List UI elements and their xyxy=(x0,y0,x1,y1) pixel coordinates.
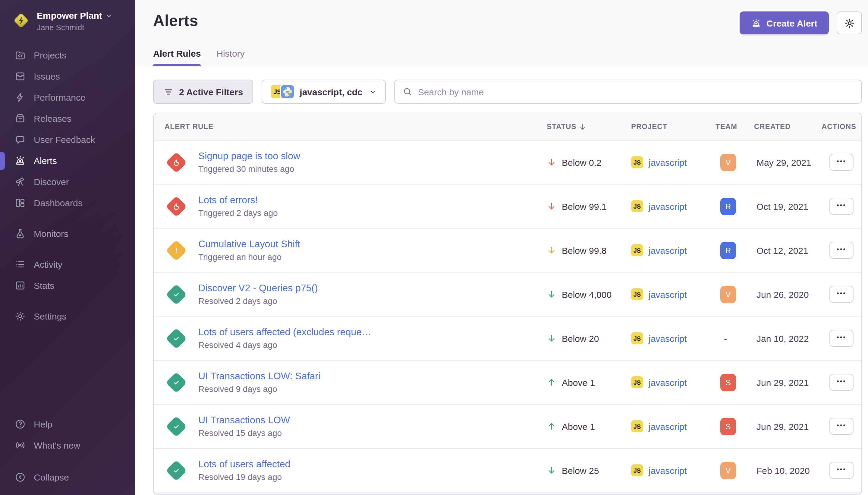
main-content: Alerts Create Alert xyxy=(135,0,868,495)
project-link[interactable]: javascript xyxy=(648,333,687,343)
column-status[interactable]: Status xyxy=(547,122,631,131)
alert-rule-link[interactable]: Signup page is too slow xyxy=(198,151,300,161)
alert-rule-row: UI Transactions LOWResolved 15 days agoA… xyxy=(154,405,861,448)
actions-cell: ••• xyxy=(821,286,861,303)
alert-rule-subtitle: Resolved 9 days ago xyxy=(198,384,320,394)
sidebar-item-user-feedback[interactable]: User Feedback xyxy=(0,129,135,150)
org-name: Empower Plant xyxy=(37,10,102,22)
row-actions-button[interactable]: ••• xyxy=(829,374,853,391)
javascript-platform-icon: JS xyxy=(631,244,643,256)
alert-rule-row: Cumulative Layout ShiftTriggered an hour… xyxy=(154,228,861,273)
created-date: Jun 26, 2020 xyxy=(754,289,821,300)
active-filters-button[interactable]: 2 Active Filters xyxy=(153,80,253,104)
performance-icon xyxy=(15,92,26,103)
alert-rule-link[interactable]: Discover V2 - Queries p75() xyxy=(198,283,318,294)
alert-rule-cell: Cumulative Layout ShiftTriggered an hour… xyxy=(154,239,547,262)
project-link[interactable]: javascript xyxy=(648,465,687,475)
alert-rule-subtitle: Resolved 19 days ago xyxy=(198,472,290,482)
sidebar-item-issues[interactable]: Issues xyxy=(0,66,135,87)
stats-icon xyxy=(15,280,26,291)
sidebar-nav: ProjectsIssuesPerformanceReleasesUser Fe… xyxy=(0,45,135,327)
check-icon xyxy=(172,422,181,431)
search-input[interactable] xyxy=(418,86,853,97)
javascript-platform-icon: JS xyxy=(631,332,643,344)
whats-new-icon xyxy=(15,440,26,451)
project-selector-label: javascript, cdc xyxy=(299,86,362,97)
sidebar-item-activity[interactable]: Activity xyxy=(0,254,135,275)
team-cell: R xyxy=(715,198,754,215)
project-link[interactable]: javascript xyxy=(648,201,687,211)
user-name: Jane Schmidt xyxy=(37,23,112,33)
content-area: 2 Active Filters JS javascript, cdc xyxy=(135,66,868,495)
org-switcher[interactable]: Empower Plant Jane Schmidt xyxy=(0,0,135,33)
project-cell: JSjavascript xyxy=(631,244,715,256)
projects-icon xyxy=(15,49,26,61)
javascript-platform-icon: JS xyxy=(631,200,643,212)
sidebar-item-performance[interactable]: Performance xyxy=(0,87,135,108)
search-icon xyxy=(403,87,413,97)
sidebar-item-stats[interactable]: Stats xyxy=(0,275,135,296)
alert-rule-link[interactable]: UI Transactions LOW xyxy=(198,415,290,426)
project-link[interactable]: javascript xyxy=(648,245,687,255)
sidebar-item-collapse[interactable]: Collapse xyxy=(0,467,135,488)
arrow-down-icon xyxy=(547,465,556,475)
sidebar-item-settings[interactable]: Settings xyxy=(0,306,135,327)
alert-rule-link[interactable]: Lots of users affected xyxy=(198,459,290,470)
actions-cell: ••• xyxy=(821,330,861,347)
team-cell: V xyxy=(715,286,754,303)
tab-history[interactable]: History xyxy=(216,48,244,66)
sidebar-item-dashboards[interactable]: Dashboards xyxy=(0,192,135,214)
javascript-platform-icon: JS xyxy=(631,464,643,476)
project-selector[interactable]: JS javascript, cdc xyxy=(262,80,386,104)
sidebar-item-label: Releases xyxy=(34,113,71,124)
project-link[interactable]: javascript xyxy=(648,377,687,387)
row-actions-button[interactable]: ••• xyxy=(829,418,853,435)
status-cell: Below 99.8 xyxy=(547,245,631,255)
alerts-settings-button[interactable] xyxy=(837,12,862,34)
sidebar-item-label: Discover xyxy=(34,177,69,187)
releases-icon xyxy=(15,113,26,124)
status-cell: Below 99.1 xyxy=(547,201,631,211)
project-link[interactable]: javascript xyxy=(648,157,687,167)
row-actions-button[interactable]: ••• xyxy=(829,462,853,479)
tab-alert-rules[interactable]: Alert Rules xyxy=(153,48,201,66)
team-cell: V xyxy=(715,153,754,171)
row-actions-button[interactable]: ••• xyxy=(829,154,853,171)
dashboards-icon xyxy=(15,197,26,209)
project-link[interactable]: javascript xyxy=(648,289,687,300)
sidebar-item-monitors[interactable]: Monitors xyxy=(0,223,135,244)
sidebar-item-projects[interactable]: Projects xyxy=(0,45,135,66)
column-alert-rule: Alert Rule xyxy=(154,122,547,131)
javascript-platform-icon: JS xyxy=(631,420,643,432)
row-actions-button[interactable]: ••• xyxy=(829,286,853,303)
status-value: Above 1 xyxy=(562,377,595,387)
sidebar-item-label: Stats xyxy=(34,280,54,291)
row-actions-button[interactable]: ••• xyxy=(829,242,853,259)
actions-cell: ••• xyxy=(821,154,861,171)
project-cell: JSjavascript xyxy=(631,156,715,168)
alert-rule-link[interactable]: UI Transactions LOW: Safari xyxy=(198,371,320,382)
create-alert-button[interactable]: Create Alert xyxy=(739,12,829,34)
project-cell: JSjavascript xyxy=(631,288,715,300)
row-actions-button[interactable]: ••• xyxy=(829,198,853,215)
table-header: Alert Rule Status Project Team Created A… xyxy=(154,113,861,140)
created-date: Jun 29, 2021 xyxy=(754,377,821,387)
sidebar-item-label: Alerts xyxy=(34,156,57,166)
status-cell: Below 25 xyxy=(547,465,631,475)
sidebar-item-releases[interactable]: Releases xyxy=(0,108,135,129)
row-actions-button[interactable]: ••• xyxy=(829,330,853,347)
sidebar-item-help[interactable]: Help xyxy=(0,414,135,435)
alert-rule-link[interactable]: Lots of users affected (excludes reque… xyxy=(198,327,371,338)
alert-rule-link[interactable]: Lots of errors! xyxy=(198,195,278,206)
alert-rule-row: Lots of users affectedResolved 19 days a… xyxy=(154,448,861,493)
sidebar-item-what-s-new[interactable]: What's new xyxy=(0,435,135,456)
alert-rule-cell: Lots of users affected (excludes reque…R… xyxy=(154,327,547,350)
alert-rule-link[interactable]: Cumulative Layout Shift xyxy=(198,239,300,250)
project-link[interactable]: javascript xyxy=(648,421,687,431)
project-cell: JSjavascript xyxy=(631,332,715,344)
sidebar-item-discover[interactable]: Discover xyxy=(0,171,135,192)
resolved-status-icon xyxy=(166,372,187,393)
sidebar-item-alerts[interactable]: Alerts xyxy=(0,150,135,171)
sidebar-item-label: Monitors xyxy=(34,228,68,239)
team-avatar: S xyxy=(720,417,736,435)
